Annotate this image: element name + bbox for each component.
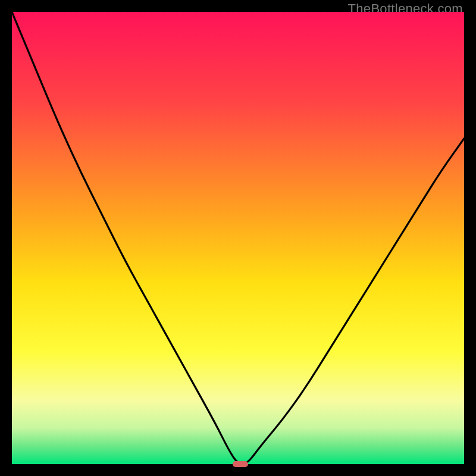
optimal-marker — [233, 461, 249, 468]
bottleneck-chart — [12, 12, 464, 464]
gradient-background — [12, 12, 464, 464]
chart-container: TheBottleneck.com — [0, 0, 476, 476]
